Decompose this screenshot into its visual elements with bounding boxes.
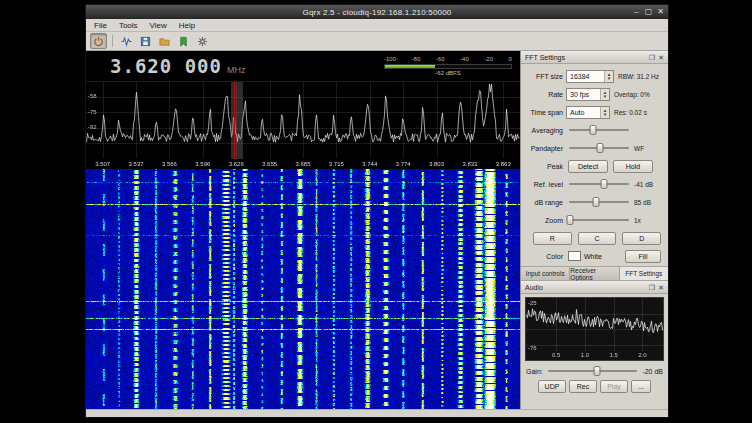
fill-button[interactable]: Fill [625,250,661,263]
gain-label: Gain: [526,368,543,375]
meter-fill [385,65,435,68]
play-button[interactable]: Play [600,380,628,393]
fft-settings-header[interactable]: FFT Settings ❐ ✕ [521,51,668,64]
more-button[interactable]: ... [631,380,651,393]
rate-value: 30 fps [570,91,589,98]
color-row: Color White Fill [523,249,665,263]
fft-size-select[interactable]: 16384 ▴ ▾ [566,70,614,83]
gear-icon [197,36,208,47]
bookmark-icon [178,36,189,47]
rate-select[interactable]: 30 fps ▴ ▾ [566,88,610,101]
fft-canvas[interactable] [86,82,520,169]
close-button[interactable]: ✕ [655,7,666,18]
dock-float-icon[interactable]: ❐ [649,53,655,62]
bookmarks-button[interactable] [175,33,192,49]
db-range-value: 85 dB [634,199,651,206]
spin-down-icon[interactable]: ▾ [604,94,607,98]
averaging-label: Averaging [523,127,563,134]
dock-tabbar: Input controls Receiver Options FFT Sett… [521,266,668,281]
iq-tools-button[interactable] [118,33,135,49]
fft-x-tick: 3.863 [496,161,511,168]
slider-groove [569,219,629,221]
audio-x-tick: 1.0 [581,352,589,359]
udp-button[interactable]: UDP [538,380,566,393]
slider-handle[interactable] [597,143,604,153]
open-folder-icon [159,36,170,47]
fft-x-tick: 3.537 [129,161,144,168]
rec-button[interactable]: Rec [569,380,597,393]
slider-handle[interactable] [600,179,607,189]
menu-help[interactable]: Help [173,21,201,30]
slider-handle[interactable] [589,125,596,135]
spinner-arrows[interactable]: ▴ ▾ [604,71,613,82]
open-button[interactable] [156,33,173,49]
spinner-arrows[interactable]: ▴ ▾ [600,107,609,118]
spin-down-icon[interactable]: ▾ [604,112,607,116]
zoom-reset-button[interactable]: R [533,232,572,245]
color-swatch[interactable] [568,251,581,261]
fft-x-tick: 3.596 [195,161,210,168]
fft-size-label: FFT size [523,73,563,80]
fft-x-tick: 3.774 [396,161,411,168]
rcd-row: R C D [523,231,665,245]
fft-x-tick: 3.833 [462,161,477,168]
frequency-display[interactable]: 3.620 000 [110,55,222,77]
db-range-slider[interactable] [568,196,630,208]
audio-gain-slider[interactable] [547,365,639,377]
fft-x-tick: 3.685 [295,161,310,168]
spinner-arrows[interactable]: ▴ ▾ [600,89,609,100]
ref-level-value: -41 dB [634,181,653,188]
tab-input-controls[interactable]: Input controls [521,267,570,280]
menu-tools[interactable]: Tools [113,21,144,30]
slider-handle[interactable] [594,366,601,376]
peak-detect-button[interactable]: Detect [568,160,608,173]
slider-handle[interactable] [592,197,599,207]
menu-file[interactable]: File [88,21,113,30]
frequency-unit: MHz [227,65,246,75]
fft-settings-title: FFT Settings [525,54,565,61]
waterfall[interactable] [86,169,520,409]
power-icon [93,36,104,47]
pandapter-wf-split-slider[interactable] [568,142,630,154]
dock-close-icon[interactable]: ✕ [658,283,664,292]
fft-x-tick: 3.507 [95,161,110,168]
gqrx-window: Gqrx 2.5 - cloudiq-192.168.1.210:50000 –… [85,4,669,418]
pandapter-row: Pandapter WF [523,141,665,155]
meter-tick: -20 [484,56,493,63]
audio-header[interactable]: Audio ❐ ✕ [521,281,668,294]
averaging-slider[interactable] [568,124,630,136]
time-span-label: Time span [523,109,563,116]
tab-fft-settings[interactable]: FFT Settings [620,267,668,280]
dock-float-icon[interactable]: ❐ [649,283,655,292]
maximize-button[interactable]: ▢ [643,7,654,18]
window-title: Gqrx 2.5 - cloudiq-192.168.1.210:50000 [302,8,451,17]
settings-button[interactable] [194,33,211,49]
start-dsp-button[interactable] [90,33,107,49]
save-button[interactable] [137,33,154,49]
zoom-demod-button[interactable]: D [622,232,661,245]
slider-handle[interactable] [567,215,574,225]
meter-tick: -40 [460,56,469,63]
time-span-select[interactable]: Auto ▴ ▾ [566,106,610,119]
zoom-slider[interactable] [568,214,630,226]
ref-level-slider[interactable] [568,178,630,190]
frequency-display-area: 3.620 000 MHz -100 -80 -60 -40 -20 0 [86,51,520,81]
peak-hold-button[interactable]: Hold [613,160,653,173]
audio-spectrum-plot: -25 -76 0.5 1.0 1.5 2.0 [525,297,664,361]
dock-close-icon[interactable]: ✕ [658,53,664,62]
tune-line[interactable] [234,82,235,159]
audio-fft-canvas [526,298,663,360]
meter-tick: -60 [436,56,445,63]
wf-label: WF [634,145,644,152]
spin-down-icon[interactable]: ▾ [608,76,611,80]
tab-receiver-options[interactable]: Receiver Options [570,267,619,280]
fft-x-tick: 3.566 [162,161,177,168]
minimize-button[interactable]: – [631,7,642,18]
fft-x-tick: 3.744 [362,161,377,168]
titlebar[interactable]: Gqrx 2.5 - cloudiq-192.168.1.210:50000 –… [86,5,668,19]
zoom-center-button[interactable]: C [578,232,617,245]
main-area: 3.620 000 MHz -100 -80 -60 -40 -20 0 [86,51,668,409]
menu-view[interactable]: View [144,21,173,30]
time-span-value: Auto [570,109,584,116]
color-value: White [584,253,602,260]
